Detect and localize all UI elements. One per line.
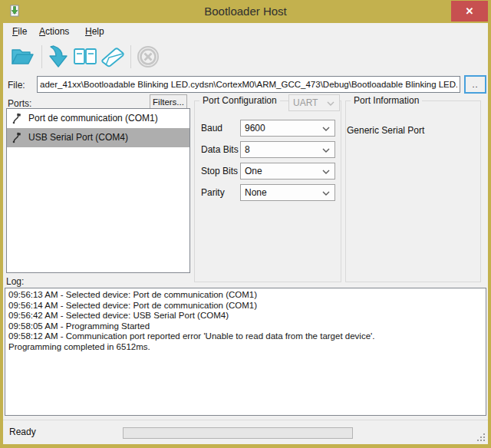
toolbar-separator bbox=[130, 45, 131, 68]
log-label: Log: bbox=[6, 276, 24, 287]
toolbar bbox=[3, 41, 488, 73]
log-textarea[interactable]: 09:56:13 AM - Selected device: Port de c… bbox=[5, 288, 486, 416]
progress-bar bbox=[123, 427, 353, 439]
log-line: 09:56:13 AM - Selected device: Port de c… bbox=[8, 290, 483, 301]
status-text: Ready bbox=[9, 427, 36, 437]
parity-dropdown[interactable]: None bbox=[240, 184, 335, 201]
program-icon bbox=[46, 44, 72, 70]
log-line: 09:58:05 AM - Programming Started bbox=[8, 321, 483, 332]
chevron-down-icon bbox=[322, 170, 330, 174]
toolbar-separator bbox=[41, 45, 42, 68]
chevron-down-icon bbox=[322, 127, 330, 131]
file-label: File: bbox=[8, 80, 34, 91]
erase-button[interactable] bbox=[100, 44, 126, 70]
file-path-input[interactable] bbox=[37, 76, 460, 93]
baud-label: Baud bbox=[201, 120, 243, 137]
port-information-text: Generic Serial Port bbox=[347, 125, 424, 136]
erase-icon bbox=[100, 44, 126, 70]
log-line: 09:56:14 AM - Selected device: Port de c… bbox=[8, 301, 483, 311]
verify-button[interactable] bbox=[72, 44, 98, 70]
log-line: 09:56:42 AM - Selected device: USB Seria… bbox=[8, 311, 483, 321]
browse-button[interactable]: .. bbox=[464, 75, 486, 94]
protocol-dropdown[interactable]: UART bbox=[288, 94, 340, 111]
data-bits-dropdown[interactable]: 8 bbox=[240, 141, 335, 158]
verify-icon bbox=[72, 44, 98, 70]
port-list-item[interactable]: Port de communication (COM1) bbox=[7, 109, 189, 128]
port-information-title: Port Information bbox=[351, 95, 422, 106]
chevron-down-icon bbox=[322, 148, 330, 153]
minimize-button[interactable] bbox=[405, 0, 428, 22]
data-bits-label: Data Bits bbox=[201, 141, 243, 158]
menu-help[interactable]: Help bbox=[80, 23, 110, 41]
baud-dropdown[interactable]: 9600 bbox=[240, 120, 335, 137]
chevron-down-icon bbox=[327, 101, 334, 106]
titlebar[interactable]: Bootloader Host ✕ bbox=[0, 0, 491, 23]
abort-button[interactable] bbox=[135, 44, 161, 70]
log-line: Programming completed in 6512ms. bbox=[8, 342, 483, 353]
serial-port-icon bbox=[12, 132, 24, 143]
maximize-button[interactable] bbox=[430, 0, 453, 22]
resize-grip[interactable] bbox=[476, 432, 485, 441]
bootloader-host-window: Bootloader Host ✕ File Actions Help bbox=[0, 0, 491, 448]
menu-actions[interactable]: Actions bbox=[34, 23, 74, 41]
ports-listbox[interactable]: Port de communication (COM1) USB Serial … bbox=[6, 108, 190, 273]
abort-icon bbox=[135, 44, 161, 70]
port-item-label: USB Serial Port (COM4) bbox=[28, 132, 128, 143]
program-button[interactable] bbox=[46, 44, 72, 70]
menu-file[interactable]: File bbox=[7, 23, 32, 41]
serial-port-icon bbox=[12, 113, 24, 124]
stop-bits-dropdown[interactable]: One bbox=[240, 163, 335, 180]
ports-label: Ports: bbox=[8, 98, 31, 109]
menubar: File Actions Help bbox=[3, 23, 488, 41]
statusbar: Ready bbox=[3, 420, 488, 444]
client-area: File Actions Help bbox=[3, 23, 488, 444]
open-file-icon bbox=[9, 44, 35, 70]
log-line: 09:58:12 AM - Communication port reporte… bbox=[8, 331, 483, 342]
stop-bits-label: Stop Bits bbox=[201, 163, 243, 180]
open-file-button[interactable] bbox=[9, 44, 35, 70]
port-list-item-selected[interactable]: USB Serial Port (COM4) bbox=[7, 128, 189, 147]
chevron-down-icon bbox=[322, 191, 330, 196]
port-configuration-title: Port Configuration bbox=[199, 95, 280, 106]
port-item-label: Port de communication (COM1) bbox=[28, 113, 158, 124]
close-button[interactable]: ✕ bbox=[451, 1, 488, 21]
parity-label: Parity bbox=[201, 184, 243, 201]
